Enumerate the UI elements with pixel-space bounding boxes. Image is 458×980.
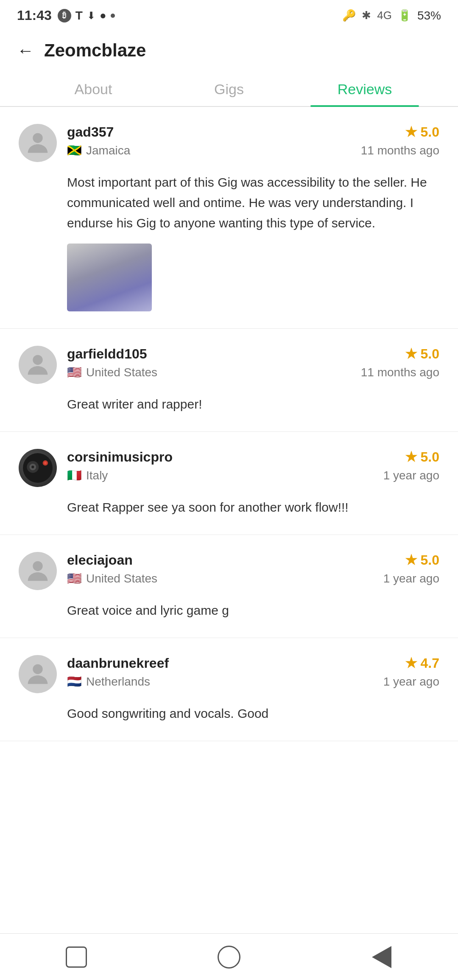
reviewer-meta: 🇺🇸 United States 1 year ago <box>67 571 439 585</box>
whatsapp-icon: ● <box>100 9 106 22</box>
signal-icon: 4G <box>377 9 392 22</box>
reviewer-top: gad357 ★ 5.0 <box>67 124 439 140</box>
triangle-icon <box>372 946 391 968</box>
review-time: 11 months ago <box>361 144 439 157</box>
reviewer-info: eleciajoan ★ 5.0 🇺🇸 United States 1 year… <box>67 552 439 585</box>
back-button[interactable]: ← <box>17 42 34 59</box>
review-text: Most important part of this Gig was acce… <box>67 172 439 233</box>
reviewer-info: daanbrunekreef ★ 4.7 🇳🇱 Netherlands 1 ye… <box>67 655 439 689</box>
reviewer-location: 🇯🇲 Jamaica <box>67 143 130 157</box>
review-image <box>67 244 152 311</box>
key-icon: 🔑 <box>342 9 356 22</box>
reviewer-location: 🇮🇹 Italy <box>67 468 108 482</box>
review-text: Great writer and rapper! <box>67 394 439 414</box>
review-header: gad357 ★ 5.0 🇯🇲 Jamaica 11 months ago <box>19 124 439 162</box>
page-title: Zeomcblaze <box>44 40 146 61</box>
rating-value: 5.0 <box>421 124 439 140</box>
review-rating: ★ 5.0 <box>405 346 439 362</box>
tab-gigs[interactable]: Gigs <box>161 69 297 106</box>
rating-value: 4.7 <box>421 655 439 671</box>
review-rating: ★ 5.0 <box>405 124 439 140</box>
review-text: Good songwriting and vocals. Good <box>67 703 439 724</box>
reviewer-name: corsinimusicpro <box>67 449 173 465</box>
tab-about[interactable]: About <box>25 69 161 106</box>
star-icon: ★ <box>405 346 417 362</box>
flag-icon: 🇺🇸 <box>67 365 82 379</box>
reviewer-name: eleciajoan <box>67 552 133 568</box>
flag-icon: 🇺🇸 <box>67 571 82 585</box>
download-icon: ⬇ <box>87 10 95 22</box>
avatar <box>19 449 57 487</box>
nav-home-button[interactable] <box>215 944 243 971</box>
review-time: 1 year ago <box>383 469 439 482</box>
review-text: Great voice and lyric game g <box>67 600 439 621</box>
country-name: United States <box>86 572 157 585</box>
star-icon: ★ <box>405 449 417 465</box>
reviews-list: gad357 ★ 5.0 🇯🇲 Jamaica 11 months ago Mo… <box>0 107 458 741</box>
country-name: Netherlands <box>86 675 150 689</box>
status-bar: 11:43 ₿ T ⬇ ● 🔑 ✱ 4G 🔋 53% <box>0 0 458 28</box>
rating-value: 5.0 <box>421 449 439 465</box>
review-rating: ★ 5.0 <box>405 449 439 465</box>
reviewer-info: garfieldd105 ★ 5.0 🇺🇸 United States 11 m… <box>67 346 439 379</box>
reviewer-location: 🇺🇸 United States <box>67 365 157 379</box>
svg-point-8 <box>33 561 42 571</box>
review-time: 11 months ago <box>361 366 439 379</box>
status-right: 🔑 ✱ 4G 🔋 53% <box>342 9 441 22</box>
svg-point-1 <box>33 355 42 365</box>
nav-back-button[interactable] <box>368 944 395 971</box>
status-time: 11:43 <box>17 8 52 23</box>
battery-icon: 🔋 <box>398 9 411 22</box>
avatar <box>19 346 57 384</box>
reviewer-name: gad357 <box>67 124 114 140</box>
svg-point-7 <box>44 462 47 464</box>
review-time: 1 year ago <box>383 675 439 689</box>
reviewer-name: garfieldd105 <box>67 346 147 362</box>
dot-icon <box>111 14 115 18</box>
reviewer-top: eleciajoan ★ 5.0 <box>67 552 439 568</box>
star-icon: ★ <box>405 552 417 568</box>
reviewer-info: corsinimusicpro ★ 5.0 🇮🇹 Italy 1 year ag… <box>67 449 439 482</box>
reviewer-location: 🇳🇱 Netherlands <box>67 675 150 689</box>
country-name: United States <box>86 366 157 379</box>
review-item: daanbrunekreef ★ 4.7 🇳🇱 Netherlands 1 ye… <box>0 638 458 741</box>
review-text: Great Rapper see ya soon for another wor… <box>67 497 439 518</box>
review-header: corsinimusicpro ★ 5.0 🇮🇹 Italy 1 year ag… <box>19 449 439 487</box>
battery-percent: 53% <box>417 9 441 22</box>
flag-icon: 🇳🇱 <box>67 675 82 689</box>
tab-reviews[interactable]: Reviews <box>297 69 433 106</box>
reviewer-top: corsinimusicpro ★ 5.0 <box>67 449 439 465</box>
nav-square-button[interactable] <box>63 944 90 971</box>
reviewer-name: daanbrunekreef <box>67 655 169 671</box>
review-time: 1 year ago <box>383 572 439 585</box>
flag-icon: 🇯🇲 <box>67 143 82 157</box>
bluetooth-icon: ✱ <box>362 9 371 22</box>
svg-point-9 <box>33 664 42 674</box>
country-name: Italy <box>86 469 108 482</box>
page-header: ← Zeomcblaze <box>0 28 458 69</box>
svg-point-0 <box>33 133 42 143</box>
review-item: garfieldd105 ★ 5.0 🇺🇸 United States 11 m… <box>0 329 458 432</box>
reviewer-meta: 🇳🇱 Netherlands 1 year ago <box>67 675 439 689</box>
avatar <box>19 655 57 693</box>
review-rating: ★ 4.7 <box>405 655 439 671</box>
avatar <box>19 552 57 590</box>
rating-value: 5.0 <box>421 346 439 362</box>
status-icons: ₿ T ⬇ ● <box>58 9 115 22</box>
review-image-inner <box>67 244 152 311</box>
review-header: eleciajoan ★ 5.0 🇺🇸 United States 1 year… <box>19 552 439 590</box>
bottom-navigation <box>0 933 458 980</box>
reviewer-top: garfieldd105 ★ 5.0 <box>67 346 439 362</box>
review-header: garfieldd105 ★ 5.0 🇺🇸 United States 11 m… <box>19 346 439 384</box>
flag-icon: 🇮🇹 <box>67 468 82 482</box>
t-icon: T <box>75 9 83 22</box>
review-item: eleciajoan ★ 5.0 🇺🇸 United States 1 year… <box>0 535 458 638</box>
svg-point-5 <box>31 466 34 468</box>
reviewer-meta: 🇺🇸 United States 11 months ago <box>67 365 439 379</box>
reviewer-meta: 🇯🇲 Jamaica 11 months ago <box>67 143 439 157</box>
star-icon: ★ <box>405 124 417 140</box>
avatar <box>19 124 57 162</box>
tab-bar: About Gigs Reviews <box>0 69 458 107</box>
reviewer-top: daanbrunekreef ★ 4.7 <box>67 655 439 671</box>
reviewer-location: 🇺🇸 United States <box>67 571 157 585</box>
